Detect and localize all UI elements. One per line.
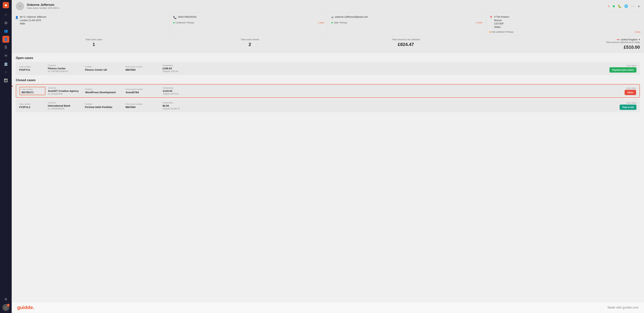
customer-label: Customer: [48, 102, 82, 104]
more-icon[interactable]: ···: [631, 4, 635, 9]
personal-name: Mr O. Osborne Jefferson: [20, 15, 46, 19]
customer-sub: no. brandit7846: [48, 93, 82, 95]
invoice-value: brandit784: [126, 91, 160, 94]
edit-icon[interactable]: ✎: [608, 5, 610, 8]
phone-more-link[interactable]: 1 more: [318, 22, 324, 24]
address-line2: Brecon: [494, 19, 509, 22]
bug-icon[interactable]: 🐛: [618, 4, 622, 8]
portfolio-col: Portfolio WordPress Development: [85, 88, 123, 94]
sidebar-item-home[interactable]: ⌂: [2, 11, 9, 18]
country-name: United Kingdom: [620, 38, 638, 41]
customer-value: branDIT Creative Agency: [48, 89, 82, 92]
highlighted-case-number: Case number BDTBG71: [20, 87, 45, 95]
case-number-label: Case number: [22, 88, 43, 90]
status-label: Case status: [626, 102, 636, 104]
collapse-icon[interactable]: ∧: [638, 4, 640, 8]
user-info: Osborne Jefferson Case owner number: ACC…: [27, 3, 604, 9]
address-line3: LD3 9DF: [494, 22, 509, 26]
address-more-link[interactable]: 1 more: [634, 31, 640, 33]
invoice-col: First invoice number brandit784: [126, 88, 160, 94]
portfolio-label: Portfolio: [85, 88, 123, 90]
stat-collected-label: Total amount collected up to today: [606, 41, 640, 44]
closed-case-row-0[interactable]: Case number BDTBG71 Customer branDIT Cre…: [16, 84, 640, 98]
sidebar-item-team[interactable]: 👨‍👩‍👧: [2, 77, 9, 84]
globe-icon[interactable]: 🌐: [624, 4, 628, 8]
address-line1: 9 The Postern: [494, 15, 509, 19]
case-number-col: Case number FV2FVL2: [19, 103, 45, 109]
sidebar-item-workflow[interactable]: ⑂: [2, 69, 9, 76]
sidebar-avatar[interactable]: O 3: [2, 304, 9, 311]
country-selector[interactable]: 🏴󠁧󠁢󠁥󠁮󠁧󠁿 United Kingdom ▾: [616, 38, 640, 41]
email-more-link[interactable]: 1 more: [476, 22, 482, 24]
customer-label: Customer: [48, 87, 82, 89]
sidebar-item-bank[interactable]: 🏦: [2, 61, 9, 67]
email-status-text: Valid • Primary: [334, 22, 347, 24]
stat-closed: Total cases closed 2: [172, 38, 328, 50]
outstanding-label: Outstanding: [162, 64, 197, 66]
portfolio-col: Portfolio FinView Debt Portfolio: [85, 103, 123, 109]
outstanding-original: Original: £573.54: [163, 93, 197, 95]
sidebar-item-contacts[interactable]: 👥: [2, 28, 9, 34]
phone-status-dot: [173, 22, 174, 23]
sidebar-item-database[interactable]: 🗄: [2, 44, 9, 51]
contact-card-phone: 📞 00447458149191 Confirmed • Primary 1 m…: [170, 13, 328, 35]
stat-collect: Total amount to be collected £824.47: [328, 38, 484, 50]
address-status-text: Not confirmed • Primary: [492, 31, 514, 33]
outstanding-value: £123.54: [163, 89, 197, 92]
customer-sub: no. FINTNESS266747: [48, 70, 82, 73]
case-number-value: FV2FVL2: [19, 106, 45, 109]
status-col: Case status Paid in full: [200, 102, 636, 110]
open-case-row-0[interactable]: Case number FH1FV11 Customer Fitness Cen…: [16, 62, 640, 75]
stat-open-label: Total cases open: [16, 38, 172, 41]
closed-case-row-1[interactable]: Case number FV2FVL2 Customer Internation…: [16, 99, 640, 112]
flag-icon: 🏴󠁧󠁢󠁥󠁮󠁧󠁿: [616, 38, 620, 41]
stat-collected-value: £510.00: [624, 45, 640, 50]
contact-card-email: ✉ osborne.l.jefferson@gmail.com Valid • …: [328, 13, 486, 35]
notification-badge: 3: [7, 304, 10, 306]
phone-icon: 📞: [173, 16, 177, 20]
status-badge: Payment plan active: [610, 67, 636, 73]
customer-label: Customer: [48, 64, 82, 66]
contact-card-address: 📍 9 The Postern Brecon LD3 9DF Wales Not…: [486, 13, 644, 35]
address-icon: 📍: [489, 16, 493, 20]
user-sub: Case owner number: ACC-DCI-1: [27, 7, 604, 9]
outstanding-original: Original: $1,660.70: [162, 108, 197, 110]
open-cases-section: Open cases Case number FH1FV11 Customer …: [16, 56, 640, 75]
customer-col: Customer branDIT Creative Agency no. bra…: [48, 87, 82, 95]
sidebar-item-mail[interactable]: ✉: [2, 52, 9, 59]
stat-open-value: 1: [16, 42, 172, 47]
outstanding-value: £190.93: [162, 67, 197, 70]
address-line4: Wales: [494, 26, 509, 29]
user-name: Osborne Jefferson: [27, 3, 604, 7]
scroll-area: Open cases Case number FH1FV11 Customer …: [12, 53, 644, 302]
outstanding-value: $0.00: [162, 104, 197, 107]
app-logo[interactable]: ◆: [3, 2, 9, 8]
invoice-label: First invoice number: [126, 66, 160, 68]
stats-row: Total cases open 1 Total cases closed 2 …: [12, 36, 644, 53]
customer-value: Fitness Center: [48, 67, 82, 70]
sidebar-item-cases[interactable]: ▤: [2, 19, 9, 26]
contact-cards: 👤 Mr O. Osborne Jefferson London 21-06-1…: [12, 13, 644, 36]
customer-sub: no. FINVIEW3425: [48, 108, 82, 110]
stat-collect-value: £824.47: [328, 42, 484, 47]
sidebar-item-debtors[interactable]: 👤: [2, 36, 9, 43]
closed-cases-title: Closed cases: [16, 78, 640, 82]
sidebar-item-settings[interactable]: ⚙: [2, 296, 9, 303]
case-number-value: BDTBG71: [22, 91, 43, 94]
stat-collect-label: Total amount to be collected: [328, 38, 484, 41]
stat-closed-value: 2: [172, 42, 328, 47]
phone-number: 00447458149191: [178, 15, 197, 19]
case-number-value: FH1FV11: [19, 68, 45, 71]
email-address: osborne.l.jefferson@gmail.com: [335, 15, 368, 19]
phone-status-text: Confirmed • Primary: [176, 22, 194, 24]
invoice-col: First invoice number 9867694: [126, 66, 160, 71]
customer-col: Customer Fitness Center no. FINTNESS2667…: [48, 64, 82, 73]
status-label: Case status: [626, 65, 636, 67]
personal-gender: Male: [20, 22, 46, 26]
email-icon: ✉: [331, 16, 334, 20]
open-cases-title: Open cases: [16, 56, 640, 60]
outstanding-col: Outstanding $0.00 Original: $1,660.70: [162, 102, 197, 110]
outstanding-original: Original: £250.93: [162, 70, 197, 73]
closed-cases-section: Closed cases Case number B: [16, 78, 640, 112]
status-label: Case status: [626, 87, 636, 89]
